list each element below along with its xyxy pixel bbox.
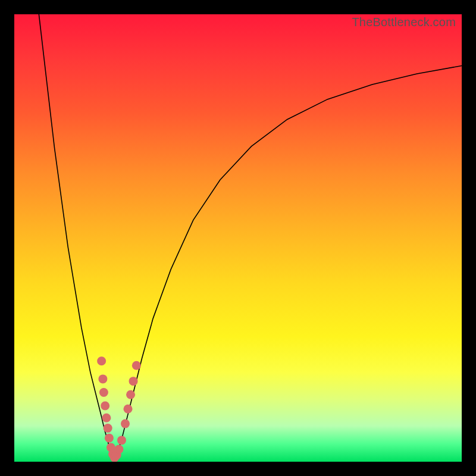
data-marker	[97, 356, 106, 365]
attribution-text: TheBottleneck.com	[352, 15, 456, 29]
data-marker	[132, 361, 141, 370]
data-marker	[124, 405, 133, 414]
data-marker	[104, 424, 112, 433]
data-marker	[126, 390, 135, 399]
data-marker	[99, 388, 108, 397]
curve-layer	[14, 14, 462, 462]
data-marker	[101, 402, 109, 411]
data-marker	[121, 419, 130, 428]
data-marker	[105, 434, 114, 443]
plot-area: TheBottleneck.com	[14, 14, 462, 462]
data-marker	[102, 414, 111, 422]
data-marker	[117, 436, 126, 444]
data-marker	[98, 374, 107, 383]
chart-frame: TheBottleneck.com	[0, 0, 476, 476]
curve-right-branch	[113, 65, 462, 461]
data-marker	[129, 377, 138, 386]
data-marker	[114, 444, 123, 453]
